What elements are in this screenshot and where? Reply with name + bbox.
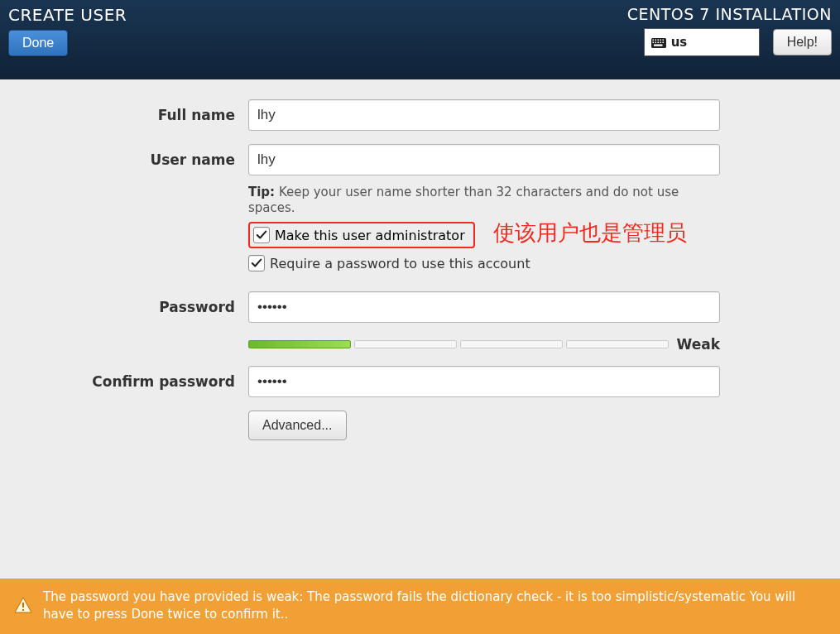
password-strength-meter: Weak	[248, 336, 720, 353]
keyboard-layout-label: us	[671, 35, 688, 50]
require-password-row: Require a password to use this account	[248, 255, 720, 271]
user-name-label: User name	[0, 151, 248, 168]
require-password-checkbox[interactable]	[248, 255, 265, 271]
row-require-password: Require a password to use this account	[0, 255, 840, 278]
annotation-text: 使该用户也是管理员	[493, 219, 687, 247]
require-password-label: Require a password to use this account	[270, 256, 530, 271]
svg-rect-7	[655, 42, 656, 44]
svg-rect-3	[657, 40, 659, 41]
make-admin-checkbox[interactable]	[253, 227, 270, 243]
strength-segment-4	[566, 340, 669, 348]
row-tip: Tip: Keep your user name shorter than 32…	[0, 184, 840, 215]
full-name-label: Full name	[0, 107, 248, 123]
strength-label: Weak	[677, 336, 720, 353]
row-strength: Weak	[0, 336, 840, 353]
page-title: CREATE USER	[8, 5, 127, 25]
svg-rect-11	[654, 45, 663, 46]
row-user-name: User name	[0, 144, 840, 175]
tip-body: Keep your user name shorter than 32 char…	[248, 185, 679, 215]
warning-message: The password you have provided is weak: …	[43, 588, 827, 625]
svg-rect-8	[657, 42, 659, 44]
warning-icon	[13, 596, 33, 616]
full-name-input[interactable]	[248, 99, 720, 131]
header-bar: CREATE USER Done CENTOS 7 INSTALLATION u…	[0, 0, 840, 79]
header-left: CREATE USER Done	[8, 5, 127, 71]
strength-segment-2	[354, 340, 457, 348]
done-button[interactable]: Done	[8, 30, 68, 56]
confirm-password-label: Confirm password	[0, 373, 248, 390]
svg-rect-9	[660, 42, 661, 44]
row-password: Password	[0, 291, 840, 323]
password-input[interactable]	[248, 291, 720, 323]
svg-rect-10	[662, 42, 664, 44]
row-advanced: Advanced...	[0, 411, 840, 440]
row-make-admin: Make this user administrator 使该用户也是管理员	[0, 222, 840, 248]
tip-lead: Tip:	[248, 185, 275, 199]
make-admin-highlight: Make this user administrator	[248, 222, 475, 248]
warning-bar: The password you have provided is weak: …	[0, 579, 840, 635]
svg-rect-4	[660, 40, 661, 41]
svg-rect-2	[655, 40, 656, 41]
user-name-input[interactable]	[248, 144, 720, 175]
row-full-name: Full name	[0, 99, 840, 131]
make-admin-label: Make this user administrator	[275, 228, 465, 243]
row-confirm-password: Confirm password	[0, 366, 840, 397]
tip-text: Tip: Keep your user name shorter than 32…	[248, 185, 679, 215]
keyboard-layout-indicator[interactable]: us	[644, 28, 760, 56]
svg-rect-6	[652, 42, 654, 44]
keyboard-icon	[651, 36, 666, 48]
strength-segment-3	[460, 340, 563, 348]
header-right-row: us Help!	[644, 28, 832, 56]
svg-rect-1	[652, 40, 654, 41]
svg-rect-5	[662, 40, 664, 41]
svg-rect-13	[22, 609, 24, 611]
strength-segment-1	[248, 340, 351, 348]
advanced-button[interactable]: Advanced...	[248, 411, 347, 440]
form-area: Full name User name Tip: Keep your user …	[0, 79, 840, 440]
svg-rect-12	[22, 603, 24, 608]
confirm-password-input[interactable]	[248, 366, 720, 397]
help-button[interactable]: Help!	[773, 29, 832, 55]
password-label: Password	[0, 299, 248, 315]
strength-bar	[248, 340, 669, 348]
install-title: CENTOS 7 INSTALLATION	[627, 5, 832, 23]
header-right: CENTOS 7 INSTALLATION us Help!	[627, 5, 832, 71]
